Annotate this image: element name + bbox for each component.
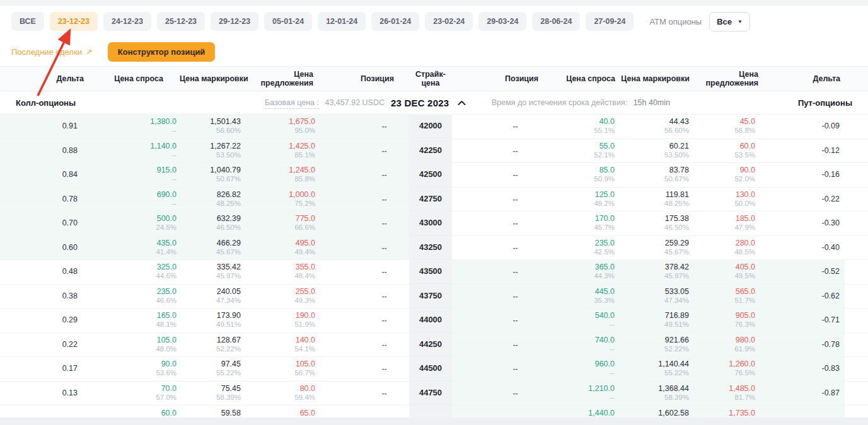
tab-25-12-23[interactable]: 25-12-23 [157,12,205,31]
strike-price: 43500 [409,260,452,284]
put-ask-cell[interactable]: 1,485.081.7% [693,382,760,405]
date-tabs: ВСЕ23-12-2324-12-2325-12-2329-12-2305-01… [11,12,639,31]
call-bid-cell[interactable]: 1,380.0-- [85,115,180,139]
put-ask-cell[interactable]: 1,260.076.5% [693,357,760,381]
tab-26-01-24[interactable]: 26-01-24 [371,12,419,31]
tab-27-09-24[interactable]: 27-09-24 [586,12,634,31]
call-ask-cell[interactable]: 1,245.085.8% [246,163,318,187]
put-delta: -0.71 [760,309,845,332]
put-bid-cell[interactable]: 40.055.1% [548,115,618,139]
put-ask-cell[interactable]: 45.056.8% [693,115,760,139]
call-bid-cell[interactable]: 915.0-- [85,163,180,187]
call-ask-cell[interactable]: 255.049.3% [246,285,318,309]
base-price: Базовая цена : 43,457.92 USDC [265,98,385,107]
option-row-44000: 0.29165.048.1%173.9049.51%190.051.9%--44… [0,309,868,333]
call-bid-cell[interactable]: 90.053.6% [85,357,180,381]
put-delta: -0.40 [760,236,845,260]
tab-23-02-24[interactable]: 23-02-24 [425,12,473,31]
call-bid-cell[interactable]: 500.024.5% [85,212,180,235]
put-ask-cell[interactable]: 405.049.5% [693,260,760,284]
call-ask-cell[interactable]: 140.054.1% [246,333,318,357]
put-bid-cell[interactable]: 540.0-- [548,309,618,332]
put-ask-cell[interactable]: 60.053.5% [693,139,760,163]
col-header-call-bid: Цена спроса [85,74,180,83]
put-bid-cell[interactable]: 235.042.5% [548,236,618,260]
call-ask-cell[interactable]: 65.0 [246,405,318,417]
call-ask-cell[interactable]: 495.049.4% [246,236,318,260]
col-header-put-delta: Дельта [760,74,845,83]
put-ask-cell[interactable]: 185.047.9% [693,212,760,235]
atm-options-value: Все [717,17,732,26]
tab-05-01-24[interactable]: 05-01-24 [264,12,312,31]
strike-price: 42750 [409,188,452,212]
call-bid-cell[interactable]: 690.0-- [85,188,180,212]
row-edge-spacer [845,260,868,284]
call-position-cell: -- [318,236,409,260]
call-position-cell: -- [318,139,409,163]
time-to-expiry-value: 15h 40min [634,98,670,107]
option-row-43750: 0.38235.046.6%240.0547.34%255.049.3%--43… [0,285,868,309]
chevron-up-icon[interactable] [458,100,466,105]
call-ask-cell[interactable]: 105.056.7% [246,357,318,381]
put-ask-cell[interactable]: 905.076.3% [693,309,760,332]
put-ask-cell[interactable]: 130.050.0% [693,188,760,212]
call-ask-cell[interactable]: 775.066.6% [246,212,318,235]
option-row-44750: 0.1370.057.0%75.4558.39%80.059.4%--44750… [0,382,868,406]
call-ask-cell[interactable]: 1,425.085.1% [246,139,318,163]
row-edge-spacer [845,115,868,139]
strike-price: 43750 [409,285,452,309]
call-ask-cell[interactable]: 190.051.9% [246,309,318,332]
call-delta: 0.60 [0,236,85,260]
strike-price: 42000 [409,115,452,139]
tab-29-12-23[interactable]: 29-12-23 [211,12,258,31]
tab-23-12-23[interactable]: 23-12-23 [50,12,98,31]
row-edge-spacer [845,357,868,381]
call-bid-cell[interactable]: 435.041.4% [85,236,180,260]
tab-29-03-24[interactable]: 29-03-24 [478,12,526,31]
put-bid-cell[interactable]: 1,210.0-- [548,382,618,405]
strike-price [409,405,452,417]
put-mark-cell: 1,368.4458.39% [618,382,693,405]
option-row-42000: 0.911,380.0--1,501.4356.60%1,675.095.0%-… [0,115,868,139]
call-ask-cell[interactable]: 1,000.075.2% [246,188,318,212]
put-ask-cell[interactable]: 565.051.7% [693,285,760,309]
call-ask-cell[interactable]: 355.048.4% [246,260,318,284]
call-position-cell: -- [318,260,409,284]
put-ask-cell[interactable]: 980.061.9% [693,333,760,357]
call-bid-cell[interactable]: 60.0 [85,405,180,417]
tab-ВСЕ[interactable]: ВСЕ [11,12,44,31]
put-position-cell: -- [452,236,548,260]
tab-12-01-24[interactable]: 12-01-24 [318,12,366,31]
put-bid-cell[interactable]: 125.049.2% [548,188,618,212]
call-bid-cell[interactable]: 325.044.6% [85,260,180,284]
put-position-cell: -- [452,333,548,357]
put-bid-cell[interactable]: 55.052.1% [548,139,618,163]
call-bid-cell[interactable]: 165.048.1% [85,309,180,332]
put-bid-cell[interactable]: 740.0-- [548,333,618,357]
call-ask-cell[interactable]: 80.059.4% [246,382,318,405]
call-bid-cell[interactable]: 105.048.0% [85,333,180,357]
call-mark-cell: 173.9049.51% [180,309,246,332]
call-ask-cell[interactable]: 1,675.095.0% [246,115,318,139]
call-mark-cell: 826.8248.25% [180,188,246,212]
put-position-cell: -- [452,139,548,163]
call-bid-cell[interactable]: 70.057.0% [85,382,180,405]
put-ask-cell[interactable]: 1,735.0 [693,405,760,417]
tab-28-06-24[interactable]: 28-06-24 [532,12,580,31]
put-bid-cell[interactable]: 960.0-- [548,357,618,381]
put-bid-cell[interactable]: 85.050.9% [548,163,618,187]
atm-options-select[interactable]: Все ▼ [709,12,750,31]
put-ask-cell[interactable]: 280.048.5% [693,236,760,260]
put-ask-cell[interactable]: 90.052.0% [693,163,760,187]
position-builder-button[interactable]: Конструктор позиций [108,42,216,62]
put-bid-cell[interactable]: 1,440.0 [548,405,618,417]
last-trades-link[interactable]: Последние сделки ↗ [11,47,93,57]
strike-price: 44000 [409,309,452,332]
put-bid-cell[interactable]: 365.044.3% [548,260,618,284]
put-bid-cell[interactable]: 445.035.3% [548,285,618,309]
put-bid-cell[interactable]: 170.045.7% [548,212,618,235]
tab-24-12-23[interactable]: 24-12-23 [103,12,151,31]
put-position-cell: -- [452,115,548,139]
call-bid-cell[interactable]: 235.046.6% [85,285,180,309]
call-bid-cell[interactable]: 1,140.0-- [85,139,180,163]
